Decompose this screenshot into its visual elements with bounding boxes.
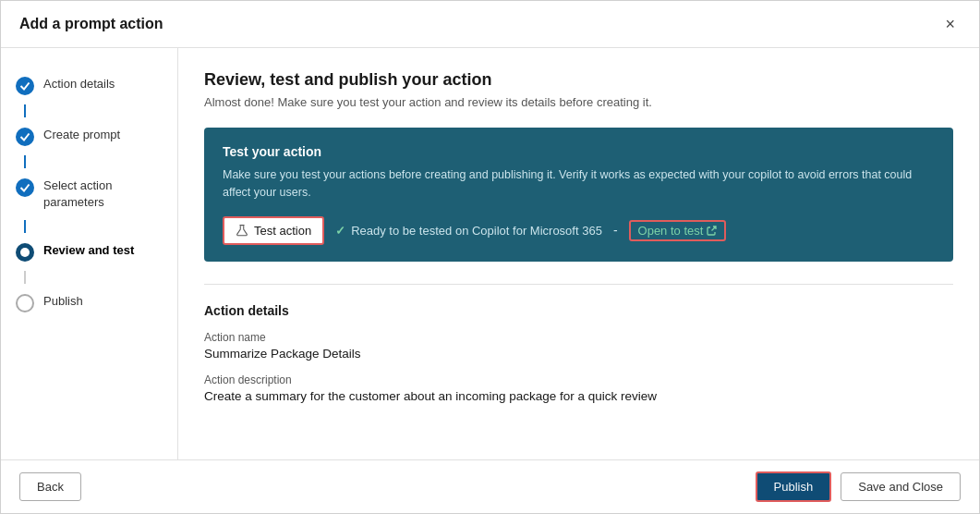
separator-dash: - — [613, 223, 618, 238]
connector-4 — [24, 271, 26, 284]
sidebar-item-action-details[interactable]: Action details — [1, 67, 177, 104]
sidebar-label-create-prompt: Create prompt — [43, 127, 120, 143]
action-details-section: Action details Action name Summarize Pac… — [204, 303, 953, 403]
checkmark-icon-3 — [19, 182, 30, 193]
step-active-indicator — [16, 243, 34, 262]
page-title: Review, test and publish your action — [204, 70, 953, 90]
step-completed-icon-3 — [16, 178, 34, 197]
test-ready-text: ✓ Ready to be tested on Copilot for Micr… — [335, 224, 602, 238]
step-completed-icon — [16, 77, 34, 95]
open-to-test-link[interactable]: Open to test — [629, 220, 727, 241]
open-to-test-label: Open to test — [638, 224, 704, 238]
page-subtitle: Almost done! Make sure you test your act… — [204, 95, 953, 109]
step-completed-icon-2 — [16, 128, 34, 146]
sidebar-label-review-and-test: Review and test — [43, 242, 134, 259]
test-card: Test your action Make sure you test your… — [204, 128, 953, 262]
action-name-item: Action name Summarize Package Details — [204, 331, 953, 361]
modal-footer: Back Publish Save and Close — [1, 459, 979, 513]
action-description-item: Action description Create a summary for … — [204, 373, 953, 403]
sidebar: Action details Create prompt Selec — [1, 48, 178, 459]
check-icon: ✓ — [335, 224, 345, 238]
section-divider — [204, 284, 953, 285]
sidebar-item-create-prompt[interactable]: Create prompt — [1, 117, 177, 155]
action-name-value: Summarize Package Details — [204, 347, 953, 361]
sidebar-label-select-action-parameters: Select action parameters — [43, 177, 163, 211]
ready-label: Ready to be tested on Copilot for Micros… — [351, 224, 602, 238]
checkmark-icon-2 — [19, 131, 30, 142]
footer-left: Back — [19, 472, 81, 501]
sidebar-item-publish[interactable]: Publish — [1, 284, 177, 322]
sidebar-item-review-and-test[interactable]: Review and test — [1, 233, 177, 271]
test-card-actions: Test action ✓ Ready to be tested on Copi… — [223, 216, 935, 245]
beaker-icon — [236, 224, 248, 237]
test-action-button[interactable]: Test action — [223, 216, 324, 245]
sidebar-label-action-details: Action details — [43, 76, 115, 92]
save-and-close-button[interactable]: Save and Close — [841, 472, 961, 501]
main-content: Review, test and publish your action Alm… — [178, 48, 979, 459]
modal-title: Add a prompt action — [19, 16, 163, 32]
external-link-icon — [707, 226, 717, 236]
back-button[interactable]: Back — [19, 472, 81, 501]
modal-body: Action details Create prompt Selec — [1, 48, 979, 459]
svg-rect-0 — [239, 225, 244, 226]
action-name-label: Action name — [204, 331, 953, 344]
footer-right: Publish Save and Close — [756, 471, 961, 502]
test-card-description: Make sure you test your actions before c… — [223, 166, 935, 202]
step-active-dot — [20, 248, 30, 257]
connector-2 — [24, 155, 26, 168]
publish-button[interactable]: Publish — [756, 471, 832, 502]
close-button[interactable]: × — [939, 14, 961, 34]
modal-container: Add a prompt action × Action details — [0, 0, 980, 514]
connector-3 — [24, 220, 26, 233]
action-details-section-title: Action details — [204, 303, 953, 318]
action-description-value: Create a summary for the customer about … — [204, 389, 953, 403]
sidebar-item-select-action-parameters[interactable]: Select action parameters — [1, 168, 177, 220]
test-action-label: Test action — [254, 224, 311, 238]
test-card-title: Test your action — [223, 144, 935, 159]
step-inactive-indicator — [16, 294, 34, 312]
checkmark-icon — [19, 80, 30, 92]
modal-header: Add a prompt action × — [1, 1, 979, 48]
connector-1 — [24, 104, 26, 117]
action-description-label: Action description — [204, 373, 953, 386]
sidebar-label-publish: Publish — [43, 293, 83, 310]
